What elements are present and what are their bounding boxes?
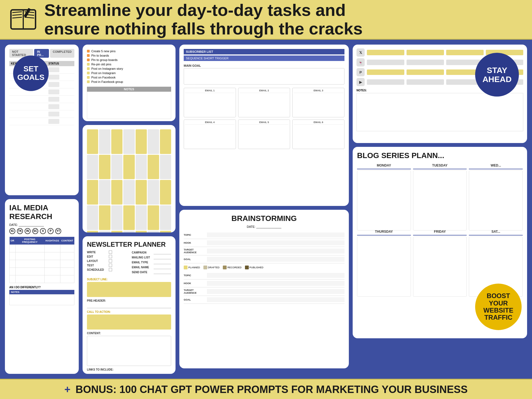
subject-line-box[interactable] <box>87 282 171 297</box>
email-1-cell: EMAIL 1 <box>184 88 236 117</box>
book-icon <box>8 6 38 33</box>
pin-bar2 <box>407 69 444 75</box>
checklist-panel: Create 5 new pins Pin to boards Pin to g… <box>83 45 176 121</box>
completed-tab[interactable]: COMPLETED <box>50 49 74 58</box>
list-item: Pin to boards <box>87 53 171 58</box>
topic2-line[interactable] <box>207 273 344 278</box>
scheduler-cell <box>148 155 159 179</box>
pinterest-icon: P <box>48 228 54 234</box>
hook2-line[interactable] <box>207 281 344 286</box>
main-goal-box[interactable] <box>184 68 344 85</box>
yt-bar2 <box>407 79 444 85</box>
subscriber-list-header: SUBSCRIBER LIST <box>184 49 344 54</box>
scheduler-col <box>87 129 98 232</box>
col-hashtags: HASHTAGS <box>44 237 60 245</box>
form-right: CAMPAIGN MAILING LIST EMAIL TYPE EMAIL N… <box>132 251 171 275</box>
email-2-content[interactable] <box>239 94 289 116</box>
tuesday-header: TUESDAY <box>413 162 467 169</box>
goal1-line[interactable] <box>207 257 344 262</box>
hook1-line[interactable] <box>207 240 344 245</box>
legend-row: PLANNED DRAFTED RECORDED PUBLISHED <box>184 266 344 269</box>
col-posting: POSTING FREQUENCY <box>15 237 44 245</box>
pinterest-icon2: P <box>356 68 365 76</box>
brainstorm-row-topic1: TOPIC <box>184 231 344 239</box>
social-research-table: OR POSTING FREQUENCY HASHTAGS CONTENT <box>9 237 74 283</box>
scheduler-cell <box>123 231 135 233</box>
brainstorming-panel: BRAINSTORMING DATE: _______________ TOPI… <box>179 210 349 368</box>
brainstorm-row-audience1: TARGET AUDIENCE <box>184 247 344 255</box>
email-type-field[interactable] <box>154 260 171 264</box>
tiktok-icon: TK <box>17 228 23 234</box>
email-6-cell: EMAIL 6 <box>292 120 344 149</box>
edit-checkbox[interactable] <box>109 255 112 258</box>
planned-box <box>184 266 188 269</box>
campaign-field[interactable] <box>154 251 171 254</box>
send-date-field[interactable] <box>154 270 171 274</box>
status-header: STATUS <box>47 61 74 66</box>
newsletter-title: NEWSLETTER PLANNER <box>87 241 171 248</box>
svg-line-2 <box>12 12 22 13</box>
friday-cell[interactable] <box>413 237 467 297</box>
content-box[interactable] <box>87 336 171 366</box>
email-2-cell: EMAIL 2 <box>238 88 290 117</box>
social-research-title: IAL MEDIA RESEARCH <box>9 203 74 221</box>
scheduler-cell <box>160 205 171 230</box>
goals-panel: NOT STARTED IN PR... COMPLETED KEYWORDS … <box>5 45 79 195</box>
cta-label: CALL TO ACTION: <box>87 310 171 313</box>
scheduled-checkbox[interactable] <box>109 268 112 271</box>
email-4-cell: EMAIL 4 <box>184 120 236 149</box>
form-row-layout: LAYOUT <box>87 259 126 263</box>
email-6-content[interactable] <box>294 126 343 148</box>
friday-header: FRIDAY <box>413 228 467 235</box>
column-2: Create 5 new pins Pin to boards Pin to g… <box>83 45 176 374</box>
email-1-content[interactable] <box>185 94 235 116</box>
pre-header-field[interactable] <box>87 303 171 308</box>
links-label: LINKS TO INCLUDE: <box>87 368 171 371</box>
table-row <box>9 96 74 103</box>
checklist-list: Create 5 new pins Pin to boards Pin to g… <box>87 49 171 84</box>
svg-line-4 <box>12 17 22 18</box>
table-row <box>10 244 74 252</box>
stay-ahead-badge: STAY AHEAD <box>475 53 519 97</box>
email-3-content[interactable] <box>294 94 343 116</box>
scheduler-cell <box>111 129 122 154</box>
goal2-line[interactable] <box>207 297 344 302</box>
scheduler-cell <box>136 205 147 230</box>
wednesday-cell[interactable] <box>469 170 523 231</box>
scheduler-cell <box>111 180 122 205</box>
test-checkbox[interactable] <box>109 264 112 267</box>
what-differently: AN I DO DIFFERENTLY? <box>9 286 74 289</box>
monday-header: MONDAY <box>357 162 411 169</box>
scheduler-grid <box>87 129 171 232</box>
email-5-content[interactable] <box>239 126 289 148</box>
audience1-line[interactable] <box>207 249 344 254</box>
cta-box[interactable] <box>87 314 171 330</box>
scheduler-cell <box>87 205 98 230</box>
notes-box-right[interactable] <box>356 93 523 131</box>
footer-plus: + <box>64 384 70 395</box>
boost-badge: BOOST YOUR WEBSITE TRAFFIC <box>475 284 522 330</box>
youtube-icon2: ▶ <box>356 78 365 86</box>
layout-checkbox[interactable] <box>109 259 112 263</box>
tuesday-cell[interactable] <box>413 170 467 231</box>
scheduler-cell <box>99 129 110 154</box>
svg-line-3 <box>12 14 22 15</box>
form-row-email-name: EMAIL NAME <box>132 265 171 269</box>
scheduler-cell <box>99 155 110 179</box>
form-row-scheduled: SCHEDULED <box>87 268 126 271</box>
topic1-line[interactable] <box>207 232 344 237</box>
table-row <box>9 88 74 96</box>
scheduler-cell <box>136 155 147 179</box>
snapchat-icon: 👻 <box>356 58 365 66</box>
thursday-cell[interactable] <box>357 237 411 297</box>
email-4-content[interactable] <box>185 126 235 148</box>
audience2-line[interactable] <box>207 289 344 294</box>
monday-cell[interactable] <box>357 170 411 231</box>
write-checkbox[interactable] <box>109 251 112 254</box>
mailing-field[interactable] <box>154 255 171 259</box>
snapchat-icon: SC <box>32 228 38 234</box>
email-name-field[interactable] <box>154 265 171 269</box>
table-row <box>9 110 74 118</box>
scheduler-panel <box>83 125 176 232</box>
scheduler-cell <box>87 180 98 205</box>
